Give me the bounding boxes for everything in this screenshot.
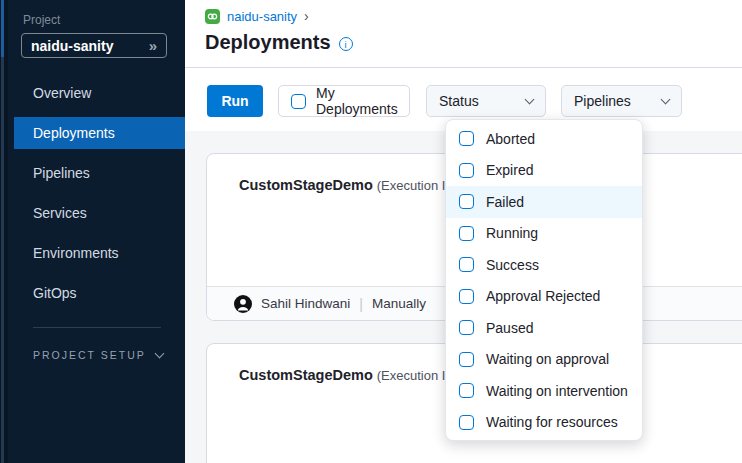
- option-checkbox[interactable]: [459, 320, 474, 335]
- status-option-waiting-on-approval[interactable]: Waiting on approval: [446, 344, 642, 376]
- chevron-down-icon: [155, 349, 165, 359]
- sidebar-item-label: GitOps: [33, 285, 77, 301]
- option-label: Running: [486, 225, 538, 241]
- project-setup-toggle[interactable]: PROJECT SETUP: [33, 349, 163, 361]
- sidebar-item-label: Deployments: [33, 125, 115, 141]
- title-row: Deployments i: [205, 31, 353, 54]
- status-option-expired[interactable]: Expired: [446, 155, 642, 187]
- sidebar-item-overview[interactable]: Overview: [8, 73, 185, 113]
- separator: |: [359, 296, 363, 312]
- sidebar-item-label: Services: [33, 205, 87, 221]
- my-deployments-checkbox[interactable]: [291, 94, 306, 109]
- status-filter-label: Status: [439, 93, 518, 109]
- option-label: Approval Rejected: [486, 288, 600, 304]
- option-checkbox[interactable]: [459, 226, 474, 241]
- sidebar-item-label: Environments: [33, 245, 119, 261]
- sidebar-item-label: Pipelines: [33, 165, 90, 181]
- sidebar-item-gitops[interactable]: GitOps: [8, 273, 185, 313]
- my-deployments-label: My Deployments: [316, 85, 409, 117]
- option-checkbox[interactable]: [459, 257, 474, 272]
- page-title: Deployments: [205, 31, 331, 54]
- status-option-waiting-on-intervention[interactable]: Waiting on intervention: [446, 375, 642, 407]
- project-name: naidu-sanity: [31, 38, 149, 54]
- execution-id-text: (Execution Id: [377, 368, 453, 383]
- info-icon[interactable]: i: [339, 37, 353, 51]
- project-module-icon: [205, 9, 220, 24]
- pipeline-name[interactable]: CustomStageDemo: [239, 177, 373, 193]
- status-option-failed[interactable]: Failed: [446, 186, 642, 218]
- deployment-title: CustomStageDemo (Execution Id: [239, 177, 453, 193]
- status-option-waiting-for-resources[interactable]: Waiting for resources: [446, 407, 642, 439]
- run-button[interactable]: Run: [207, 85, 263, 117]
- sidebar-item-environments[interactable]: Environments: [8, 233, 185, 273]
- option-label: Aborted: [486, 131, 535, 147]
- option-checkbox[interactable]: [459, 194, 474, 209]
- option-label: Waiting for resources: [486, 414, 618, 430]
- chevron-right-icon: ›: [304, 8, 309, 24]
- status-dropdown-menu: Aborted Expired Failed Running Success A…: [445, 119, 643, 441]
- pipelines-filter-dropdown[interactable]: Pipelines: [561, 85, 682, 117]
- option-label: Expired: [486, 162, 533, 178]
- sidebar-item-deployments[interactable]: Deployments: [14, 117, 185, 149]
- breadcrumb-project-link[interactable]: naidu-sanity: [227, 9, 297, 24]
- page-header: naidu-sanity › Deployments i: [185, 0, 742, 68]
- chevron-down-icon: [661, 95, 671, 105]
- sidebar-item-services[interactable]: Services: [8, 193, 185, 233]
- sidebar-item-label: Overview: [33, 85, 91, 101]
- avatar: [234, 295, 252, 313]
- project-selector[interactable]: naidu-sanity »: [21, 33, 167, 58]
- project-sidebar: Project naidu-sanity » Overview Deployme…: [8, 0, 185, 463]
- status-option-paused[interactable]: Paused: [446, 312, 642, 344]
- sidebar-item-pipelines[interactable]: Pipelines: [8, 153, 185, 193]
- chevron-down-icon: [525, 95, 535, 105]
- my-deployments-toggle[interactable]: My Deployments: [278, 85, 410, 117]
- option-label: Waiting on approval: [486, 351, 609, 367]
- triggered-by-user[interactable]: Sahil Hindwani: [261, 296, 350, 311]
- sidebar-nav: Overview Deployments Pipelines Services …: [8, 73, 185, 313]
- sidebar-divider: [33, 327, 161, 328]
- option-checkbox[interactable]: [459, 415, 474, 430]
- pipeline-name[interactable]: CustomStageDemo: [239, 367, 373, 383]
- status-option-running[interactable]: Running: [446, 218, 642, 250]
- breadcrumb: naidu-sanity ›: [205, 9, 309, 24]
- option-checkbox[interactable]: [459, 163, 474, 178]
- trigger-type: Manually: [372, 296, 426, 311]
- option-checkbox[interactable]: [459, 352, 474, 367]
- status-filter-dropdown[interactable]: Status: [426, 85, 546, 117]
- module-active-indicator: [1, 0, 4, 57]
- status-option-success[interactable]: Success: [446, 249, 642, 281]
- pipelines-filter-label: Pipelines: [574, 93, 654, 109]
- project-label: Project: [23, 13, 60, 27]
- sidebar-scrollbar[interactable]: [1, 57, 4, 463]
- option-checkbox[interactable]: [459, 383, 474, 398]
- project-setup-label: PROJECT SETUP: [33, 349, 156, 361]
- module-nav-strip: [0, 0, 8, 463]
- option-checkbox[interactable]: [459, 289, 474, 304]
- project-expand-icon[interactable]: »: [149, 38, 157, 53]
- status-option-aborted[interactable]: Aborted: [446, 123, 642, 155]
- status-option-approval-rejected[interactable]: Approval Rejected: [446, 281, 642, 313]
- option-checkbox[interactable]: [459, 131, 474, 146]
- option-label: Success: [486, 257, 539, 273]
- option-label: Waiting on intervention: [486, 383, 628, 399]
- execution-id-text: (Execution Id: [377, 178, 453, 193]
- option-label: Failed: [486, 194, 524, 210]
- deployment-title: CustomStageDemo (Execution Id: [239, 367, 453, 383]
- option-label: Paused: [486, 320, 533, 336]
